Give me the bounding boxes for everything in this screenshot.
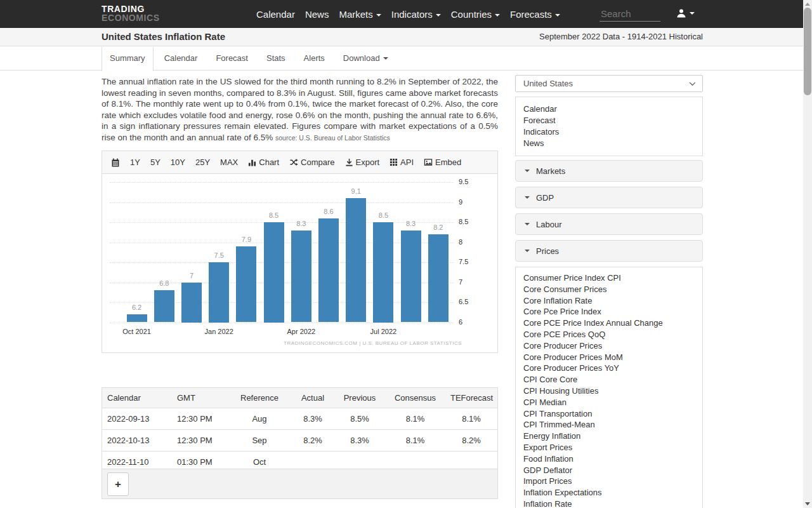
chart-bar[interactable] — [209, 262, 229, 323]
scroll-down-arrow-icon[interactable] — [805, 502, 810, 505]
tool-label: Embed — [435, 157, 461, 167]
tool-label: API — [400, 157, 414, 167]
table-cell: 8.1% — [385, 430, 445, 451]
country-select-value: United States — [523, 79, 573, 88]
tab-download[interactable]: Download — [336, 47, 396, 70]
add-row-button[interactable]: + — [107, 472, 129, 496]
chart-bar[interactable] — [373, 222, 393, 323]
search-input[interactable] — [599, 8, 660, 22]
nav-item-markets[interactable]: Markets — [339, 9, 381, 20]
chart-bar[interactable] — [346, 198, 366, 322]
tab-alerts[interactable]: Alerts — [296, 47, 332, 70]
range-1y[interactable]: 1Y — [130, 157, 140, 167]
tab-summary[interactable]: Summary — [102, 47, 154, 71]
price-link-cpi-trimmed-mean[interactable]: CPI Trimmed-Mean — [523, 419, 695, 431]
chevron-down-icon — [525, 170, 530, 172]
bar-value-label: 7.9 — [233, 236, 259, 243]
sidebar-link-forecast[interactable]: Forecast — [523, 115, 695, 126]
table-header-actual: Actual — [291, 388, 334, 408]
tab-stats[interactable]: Stats — [259, 47, 293, 70]
price-link-core-pce-price-index[interactable]: Core Pce Price Index — [523, 306, 695, 318]
navbar-menu: CalendarNewsMarketsIndicatorsCountriesFo… — [256, 0, 560, 28]
country-select[interactable]: United States — [515, 75, 703, 92]
range-max[interactable]: MAX — [220, 157, 238, 167]
nav-item-calendar[interactable]: Calendar — [256, 9, 295, 20]
price-link-import-prices[interactable]: Import Prices — [523, 476, 695, 487]
price-link-core-producer-prices[interactable]: Core Producer Prices — [523, 340, 695, 352]
price-link-cpi-median[interactable]: CPI Median — [523, 397, 695, 408]
price-link-core-inflation-rate[interactable]: Core Inflation Rate — [523, 295, 695, 307]
price-link-core-pce-prices-qoq[interactable]: Core PCE Prices QoQ — [523, 329, 695, 340]
compare-button[interactable]: Compare — [289, 157, 334, 167]
sidebar-section-prices[interactable]: Prices — [515, 240, 703, 262]
chevron-down-icon — [555, 14, 560, 17]
chart-bar[interactable] — [401, 231, 421, 323]
scrollbar-thumb[interactable] — [804, 8, 811, 95]
range-10y[interactable]: 10Y — [171, 157, 185, 167]
table-cell: 8.2% — [291, 430, 334, 451]
y-axis-label: 9 — [459, 198, 462, 206]
sidebar-section-labour[interactable]: Labour — [515, 213, 703, 235]
page-title: United States Inflation Rate — [102, 28, 225, 46]
price-link-consumer-price-index-cpi[interactable]: Consumer Price Index CPI — [523, 272, 695, 284]
scroll-up-arrow-icon[interactable] — [805, 3, 810, 6]
embed-image-icon — [424, 158, 433, 166]
sidebar-link-news[interactable]: News — [523, 138, 695, 149]
price-link-core-producer-prices-mom[interactable]: Core Producer Prices MoM — [523, 352, 695, 363]
chart-bar[interactable] — [236, 246, 256, 323]
chart-button[interactable]: Chart — [248, 157, 279, 167]
chart-bar[interactable] — [181, 283, 202, 323]
table-cell: 8.3% — [334, 430, 385, 451]
sidebar-link-calendar[interactable]: Calendar — [523, 104, 695, 115]
price-link-core-consumer-prices[interactable]: Core Consumer Prices — [523, 284, 695, 295]
price-link-export-prices[interactable]: Export Prices — [523, 442, 695, 453]
nav-item-indicators[interactable]: Indicators — [391, 9, 441, 20]
price-link-core-producer-prices-yoy[interactable]: Core Producer Prices YoY — [523, 363, 695, 374]
price-link-food-inflation[interactable]: Food Inflation — [523, 453, 695, 465]
sidebar-section-gdp[interactable]: GDP — [515, 187, 703, 208]
section-label: Labour — [536, 220, 561, 229]
table-body: 2022-09-1312:30 PMAug8.3%8.5%8.1%8.1%202… — [102, 408, 497, 473]
export-button[interactable]: Export — [345, 157, 380, 167]
tab-forecast[interactable]: Forecast — [208, 47, 256, 70]
calendar-range-button[interactable] — [111, 158, 120, 167]
bar-value-label: 8.3 — [398, 220, 424, 227]
price-link-cpi-housing-utilities[interactable]: CPI Housing Utilities — [523, 385, 695, 397]
tab-calendar[interactable]: Calendar — [157, 47, 206, 70]
nav-item-countries[interactable]: Countries — [451, 9, 500, 20]
nav-item-news[interactable]: News — [305, 9, 329, 20]
sidebar-link-indicators[interactable]: Indicators — [523, 126, 695, 138]
section-label: GDP — [536, 193, 554, 203]
chart-bar[interactable] — [264, 222, 284, 323]
y-axis-label: 8.5 — [459, 218, 468, 225]
chart-bar[interactable] — [318, 218, 339, 323]
chevron-down-icon — [525, 223, 530, 225]
price-link-cpi-transportation[interactable]: CPI Transportation — [523, 408, 695, 420]
tool-label: Compare — [301, 157, 334, 167]
chart-bar[interactable] — [428, 234, 449, 323]
chart-bar[interactable] — [291, 231, 311, 323]
chevron-down-icon — [436, 14, 441, 17]
logo[interactable]: TRADING ECONOMICS — [102, 4, 160, 22]
embed-button[interactable]: Embed — [424, 157, 461, 167]
range-5y[interactable]: 5Y — [150, 157, 160, 167]
sidebar-section-markets[interactable]: Markets — [515, 160, 703, 182]
nav-item-forecasts[interactable]: Forecasts — [510, 9, 560, 20]
price-link-core-pce-price-index-annual-change[interactable]: Core PCE Price Index Annual Change — [523, 318, 695, 329]
user-menu[interactable] — [676, 8, 695, 18]
y-axis-label: 6.5 — [459, 298, 468, 305]
table-header-gmt: GMT — [172, 388, 228, 408]
chart-bar[interactable] — [127, 314, 147, 323]
price-link-inflation-rate[interactable]: Inflation Rate — [523, 498, 695, 508]
price-link-cpi-core-core[interactable]: CPI Core Core — [523, 374, 695, 385]
price-link-inflation-expectations[interactable]: Inflation Expectations — [523, 487, 695, 498]
range-25y[interactable]: 25Y — [195, 157, 210, 167]
api-button[interactable]: API — [390, 157, 414, 167]
price-link-gdp-deflator[interactable]: GDP Deflator — [523, 465, 695, 476]
table-row[interactable]: 2022-09-1312:30 PMAug8.3%8.5%8.1%8.1% — [102, 408, 497, 430]
page-scrollbar[interactable] — [803, 0, 812, 508]
bar-value-label: 9.1 — [343, 187, 369, 195]
table-row[interactable]: 2022-10-1312:30 PMSep8.2%8.3%8.1%8.2% — [102, 430, 497, 451]
chart-bar[interactable] — [154, 290, 174, 322]
price-link-energy-inflation[interactable]: Energy Inflation — [523, 431, 695, 442]
